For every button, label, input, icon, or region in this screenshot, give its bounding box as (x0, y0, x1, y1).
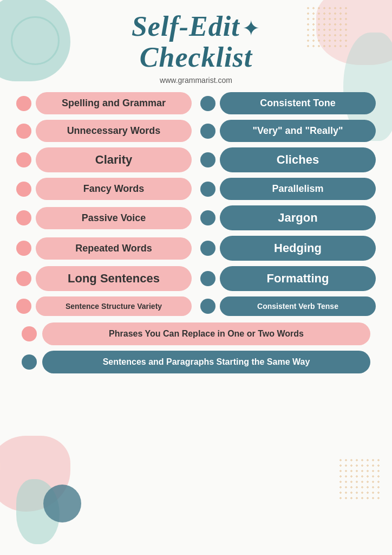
list-item: Fancy Words (16, 178, 192, 200)
label-formatting: Formatting (220, 266, 376, 291)
dot-left (16, 124, 31, 139)
label-long-sentences: Long Sentences (36, 266, 192, 291)
label-sentences-paragraphs: Sentences and Paragraphs Starting the Sa… (42, 351, 370, 373)
label-consistent-verb-tense: Consistent Verb Tense (220, 296, 376, 316)
sparkle-icon: ✦ (242, 16, 260, 41)
label-cliches: Cliches (220, 147, 376, 172)
dot-left (16, 152, 31, 167)
dot-left (16, 299, 31, 314)
list-item: Clarity (16, 147, 192, 172)
list-item: Phrases You Can Replace in One or Two Wo… (22, 322, 370, 345)
label-clarity: Clarity (36, 147, 192, 172)
dot-right (200, 96, 215, 111)
dots-bottomright (338, 457, 381, 501)
list-item: Long Sentences (16, 266, 192, 291)
label-spelling-grammar: Spelling and Grammar (36, 92, 192, 114)
label-repeated-words: Repeated Words (36, 237, 192, 260)
label-unnecessary-words: Unnecessary Words (36, 120, 192, 142)
list-item: "Very" and "Really" (200, 120, 376, 142)
dot-left (16, 96, 31, 111)
label-hedging: Hedging (220, 236, 376, 261)
dot-right (200, 271, 215, 286)
dot-right (22, 354, 37, 370)
dot-left (16, 271, 31, 286)
list-item: Formatting (200, 266, 376, 291)
list-item: Repeated Words (16, 236, 192, 261)
list-item: Consistent Verb Tense (200, 296, 376, 316)
label-very-really: "Very" and "Really" (220, 120, 376, 142)
title-line1: Self-Edit ✦ (16, 11, 376, 42)
title-line2: Checklist (16, 42, 376, 73)
dot-right (200, 152, 215, 167)
dot-right (200, 182, 215, 197)
checklist-grid: Spelling and Grammar Consistent Tone Unn… (16, 92, 376, 316)
blob-dark-bottomleft (43, 485, 81, 522)
bottom-items: Phrases You Can Replace in One or Two Wo… (16, 322, 376, 373)
label-fancy-words: Fancy Words (36, 178, 192, 200)
list-item: Sentences and Paragraphs Starting the Sa… (22, 351, 370, 373)
list-item: Hedging (200, 236, 376, 261)
list-item: Cliches (200, 147, 376, 172)
label-passive-voice: Passive Voice (36, 207, 192, 229)
label-sentence-structure: Sentence Structure Variety (36, 296, 192, 316)
list-item: Consistent Tone (200, 92, 376, 114)
list-item: Unnecessary Words (16, 120, 192, 142)
list-item: Passive Voice (16, 205, 192, 230)
list-item: Spelling and Grammar (16, 92, 192, 114)
label-jargon: Jargon (220, 205, 376, 230)
dot-left (16, 182, 31, 197)
dot-left (16, 241, 31, 256)
label-parallelism: Parallelism (220, 178, 376, 200)
dot-right (200, 210, 215, 225)
label-phrases-replace: Phrases You Can Replace in One or Two Wo… (42, 322, 370, 345)
dot-right (200, 124, 215, 139)
label-consistent-tone: Consistent Tone (220, 92, 376, 114)
dot-right (200, 299, 215, 314)
list-item: Parallelism (200, 178, 376, 200)
dot-left (16, 210, 31, 225)
list-item: Jargon (200, 205, 376, 230)
dot-right (200, 241, 215, 256)
dot-left (22, 326, 37, 341)
website-url: www.grammarist.com (16, 76, 376, 85)
list-item: Sentence Structure Variety (16, 296, 192, 316)
title-area: Self-Edit ✦ Checklist (16, 11, 376, 73)
